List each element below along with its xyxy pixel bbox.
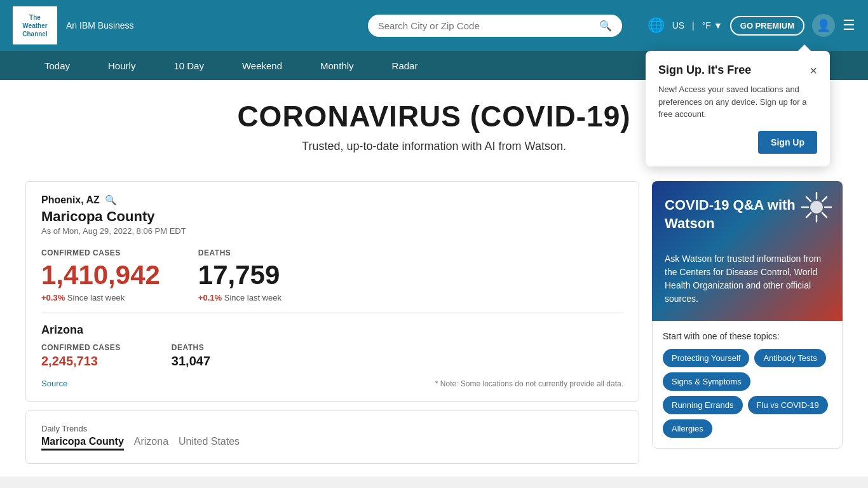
county-cases-block: CONFIRMED CASES 1,410,942 +0.3% Since la… (41, 248, 160, 302)
county-deaths-block: DEATHS 17,759 +0.1% Since last week (198, 248, 281, 302)
temp-selector[interactable]: °F ▼ (702, 20, 722, 30)
popup-header: Sign Up. It's Free × (658, 64, 817, 77)
state-deaths-block: DEATHS 31,047 (172, 343, 210, 369)
content-grid: Phoenix, AZ 🔍 Maricopa County As of Mon,… (0, 181, 868, 477)
county-cases-pct: +0.3% (41, 293, 65, 302)
right-panel: COVID-19 Q&A with Watson (652, 181, 843, 459)
watson-top: COVID-19 Q&A with Watson (652, 181, 843, 321)
topics-grid: Protecting Yourself Antibody Tests Signs… (663, 349, 832, 438)
county-stats-row: CONFIRMED CASES 1,410,942 +0.3% Since la… (41, 248, 623, 302)
ibm-business-label: An IBM Business (66, 20, 134, 30)
nav-item-monthly[interactable]: Monthly (301, 51, 373, 80)
topic-flu-covid[interactable]: Flu vs COVID-19 (748, 396, 828, 414)
temp-unit-label: °F (702, 20, 711, 30)
footnote: * Note: Some locations do not currently … (435, 379, 623, 388)
county-cases-number: 1,410,942 (41, 260, 160, 290)
nav-item-10day[interactable]: 10 Day (154, 51, 223, 80)
trends-tab-state[interactable]: Arizona (134, 436, 168, 451)
county-deaths-change: +0.1% Since last week (198, 293, 281, 302)
logo[interactable]: The Weather Channel (13, 6, 57, 44)
state-stats-row: CONFIRMED CASES 2,245,713 DEATHS 31,047 (41, 343, 623, 369)
location-header: Phoenix, AZ 🔍 (41, 194, 623, 206)
topic-signs-symptoms[interactable]: Signs & Symptoms (663, 372, 750, 391)
state-cases-number: 2,245,713 (41, 354, 121, 369)
topics-label: Start with one of these topics: (663, 331, 832, 341)
popup-close-button[interactable]: × (810, 64, 817, 77)
data-timestamp: As of Mon, Aug 29, 2022, 8:06 PM EDT (41, 226, 623, 236)
search-input[interactable] (378, 20, 594, 31)
svg-line-6 (822, 213, 827, 217)
temp-dropdown-icon: ▼ (714, 20, 722, 30)
watson-title: COVID-19 Q&A with Watson (665, 196, 830, 240)
search-bar: 🔍 (368, 15, 622, 37)
county-cases-since: Since last week (67, 293, 125, 302)
svg-line-5 (806, 197, 811, 201)
nav-item-hourly[interactable]: Hourly (89, 51, 154, 80)
county-cases-label: CONFIRMED CASES (41, 248, 160, 257)
state-deaths-number: 31,047 (172, 354, 210, 369)
svg-point-0 (810, 201, 823, 214)
header: The Weather Channel An IBM Business 🔍 🌐 … (0, 0, 868, 51)
trends-card: Daily Trends Maricopa County Arizona Uni… (25, 410, 639, 464)
state-cases-label: CONFIRMED CASES (41, 343, 121, 352)
source-link[interactable]: Source (41, 379, 67, 388)
stats-divider (41, 313, 623, 313)
county-deaths-pct: +0.1% (198, 293, 222, 302)
go-premium-button[interactable]: GO PREMIUM (730, 16, 804, 36)
state-cases-block: CONFIRMED CASES 2,245,713 (41, 343, 121, 369)
search-icon[interactable]: 🔍 (599, 20, 612, 32)
hamburger-icon[interactable]: ☰ (843, 17, 855, 34)
watson-sun-icon (801, 191, 832, 229)
topic-allergies[interactable]: Allergies (663, 419, 712, 438)
trends-tabs: Maricopa County Arizona United States (41, 436, 623, 451)
location-name: Phoenix, AZ (41, 194, 100, 206)
watson-card: COVID-19 Q&A with Watson (652, 181, 843, 449)
popup-body: New! Access your saved locations and pre… (658, 83, 817, 121)
svg-line-7 (822, 197, 827, 201)
nav-item-today[interactable]: Today (25, 51, 89, 80)
location-search-icon[interactable]: 🔍 (105, 194, 117, 206)
topic-antibody-tests[interactable]: Antibody Tests (754, 349, 825, 367)
popup-title: Sign Up. It's Free (658, 64, 751, 77)
stats-card: Phoenix, AZ 🔍 Maricopa County As of Mon,… (25, 181, 639, 402)
trends-tab-county[interactable]: Maricopa County (41, 436, 124, 451)
county-name: Maricopa County (41, 208, 623, 225)
county-deaths-since: Since last week (224, 293, 281, 302)
nav-item-weekend[interactable]: Weekend (223, 51, 301, 80)
header-right: 🌐 US | °F ▼ GO PREMIUM 👤 ☰ (648, 14, 855, 37)
region-label: US (672, 20, 684, 30)
trends-tab-us[interactable]: United States (179, 436, 240, 451)
svg-line-8 (806, 213, 811, 217)
popup-signup-button[interactable]: Sign Up (758, 131, 817, 154)
logo-text: The Weather Channel (22, 13, 47, 38)
county-deaths-number: 17,759 (198, 260, 281, 290)
globe-icon[interactable]: 🌐 (648, 17, 665, 34)
signup-popup: Sign Up. It's Free × New! Access your sa… (646, 51, 830, 166)
topic-running-errands[interactable]: Running Errands (663, 396, 743, 414)
county-cases-change: +0.3% Since last week (41, 293, 160, 302)
card-footer: Source * Note: Some locations do not cur… (41, 379, 623, 388)
state-deaths-label: DEATHS (172, 343, 210, 352)
watson-description: Ask Watson for trusted information from … (665, 252, 830, 306)
trends-label: Daily Trends (41, 424, 623, 433)
separator: | (692, 20, 695, 30)
state-name: Arizona (41, 323, 623, 337)
county-deaths-label: DEATHS (198, 248, 281, 257)
user-icon[interactable]: 👤 (812, 14, 835, 37)
popup-arrow (798, 44, 811, 51)
nav-item-radar[interactable]: Radar (373, 51, 437, 80)
topic-protecting-yourself[interactable]: Protecting Yourself (663, 349, 749, 367)
watson-topics: Start with one of these topics: Protecti… (652, 321, 843, 449)
